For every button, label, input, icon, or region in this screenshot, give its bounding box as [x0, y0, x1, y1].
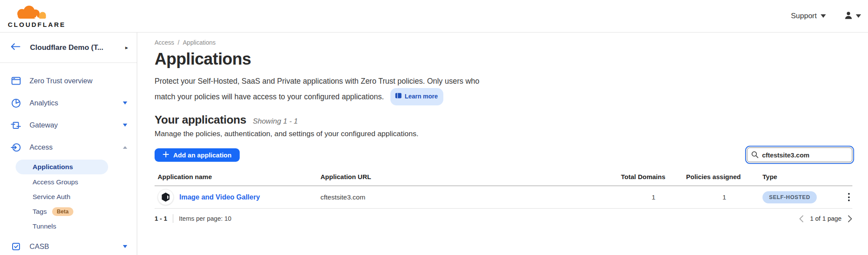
application-name-link[interactable]: Image and Video Gallery: [179, 193, 260, 201]
learn-more-button[interactable]: Learn more: [390, 88, 443, 105]
sidebar-item-tunnels[interactable]: Tunnels: [0, 219, 137, 234]
breadcrumb-access[interactable]: Access: [155, 39, 174, 46]
plus-icon: [163, 151, 169, 159]
book-icon: [395, 90, 402, 103]
learn-more-label: Learn more: [405, 90, 438, 103]
sidebar: Cloudflare Demo (T... ▸ Zero Trust overv…: [0, 33, 137, 255]
search-icon: [751, 151, 759, 160]
support-menu[interactable]: Support: [791, 12, 826, 20]
top-header: CLOUDFLARE Support: [0, 0, 868, 33]
sidebar-subitem-label: Service Auth: [33, 193, 70, 201]
breadcrumb-separator: /: [178, 39, 179, 46]
cloudflare-cloud-icon: [8, 6, 51, 22]
items-range: 1 - 1: [155, 215, 167, 222]
column-header-total-domains: Total Domains: [621, 173, 686, 180]
sidebar-item-casb[interactable]: CASB: [0, 235, 137, 255]
sidebar-item-service-auth[interactable]: Service Auth: [0, 190, 137, 204]
sidebar-item-analytics[interactable]: Analytics: [0, 92, 137, 114]
items-per-page[interactable]: Items per page: 10: [179, 215, 231, 222]
access-login-icon: [11, 142, 21, 152]
column-header-application-name: Application name: [155, 173, 320, 180]
previous-page-icon[interactable]: [799, 215, 804, 222]
overview-window-icon: [11, 76, 21, 86]
add-application-button[interactable]: Add an application: [155, 148, 240, 162]
page-title: Applications: [155, 50, 852, 69]
sidebar-item-access[interactable]: Access: [0, 136, 137, 158]
description-line-2: match your policies will have access to …: [155, 92, 384, 101]
add-application-label: Add an application: [173, 151, 231, 159]
sidebar-subitem-label: Applications: [33, 163, 73, 171]
page-info: 1 of 1 page: [810, 215, 842, 222]
sidebar-subitem-label: Tunnels: [33, 222, 56, 230]
chevron-right-icon[interactable]: ▸: [125, 44, 128, 51]
column-header-type: Type: [762, 173, 835, 180]
account-switcher[interactable]: Cloudflare Demo (T... ▸: [0, 33, 137, 63]
section-title: Your applications: [155, 113, 246, 127]
support-label: Support: [791, 12, 817, 20]
sidebar-item-zero-trust-overview[interactable]: Zero Trust overview: [0, 70, 137, 92]
casb-check-icon: [11, 242, 21, 252]
total-domains-value: 1: [621, 193, 686, 201]
beta-badge: Beta: [52, 207, 73, 216]
chevron-down-icon[interactable]: [123, 101, 127, 105]
page-description: Protect your Self-Hosted, SaaS and Priva…: [155, 75, 852, 105]
user-icon: [844, 11, 853, 21]
access-subnav: Applications Access Groups Service Auth …: [0, 158, 137, 235]
search-input[interactable]: [747, 147, 852, 162]
search-box: [747, 147, 852, 162]
table-row: Image and Video Gallery cftestsite3.com …: [155, 186, 852, 209]
gateway-icon: [11, 120, 21, 130]
cloudflare-logo[interactable]: CLOUDFLARE: [8, 6, 66, 28]
sidebar-item-access-groups[interactable]: Access Groups: [0, 175, 137, 190]
showing-count: Showing 1 - 1: [253, 117, 298, 126]
sidebar-item-gateway[interactable]: Gateway: [0, 114, 137, 136]
user-account-menu[interactable]: [844, 11, 861, 21]
table-header-row: Application name Application URL Total D…: [155, 173, 852, 186]
breadcrumb: Access / Applications: [155, 39, 852, 46]
chevron-down-icon: [821, 14, 826, 18]
application-cube-icon: [158, 189, 174, 205]
chevron-down-icon: [856, 14, 861, 18]
main-content: Access / Applications Applications Prote…: [137, 33, 868, 255]
chevron-up-icon[interactable]: [123, 146, 127, 149]
sidebar-item-label: Access: [30, 143, 123, 151]
sidebar-subitem-label: Tags: [33, 208, 47, 216]
type-badge: SELF-HOSTED: [762, 191, 817, 203]
sidebar-subitem-label: Access Groups: [33, 178, 78, 186]
row-actions-kebab-icon[interactable]: [845, 191, 852, 203]
sidebar-item-label: Gateway: [30, 121, 123, 129]
cloudflare-wordmark: CLOUDFLARE: [8, 21, 66, 28]
sidebar-item-applications[interactable]: Applications: [16, 160, 108, 174]
chevron-down-icon[interactable]: [123, 245, 127, 248]
column-header-policies-assigned: Policies assigned: [686, 173, 762, 180]
back-arrow-icon[interactable]: [10, 43, 20, 52]
pagination: 1 - 1 Items per page: 10 1 of 1 page: [155, 214, 852, 223]
sidebar-item-label: Analytics: [30, 99, 123, 107]
account-name: Cloudflare Demo (T...: [30, 43, 122, 52]
sidebar-nav: Zero Trust overview Analytics: [0, 63, 137, 255]
next-page-icon[interactable]: [848, 215, 852, 222]
analytics-pie-icon: [11, 98, 21, 108]
chevron-down-icon[interactable]: [123, 124, 127, 127]
sidebar-item-label: Zero Trust overview: [30, 77, 127, 85]
breadcrumb-applications[interactable]: Applications: [183, 39, 216, 46]
sidebar-item-tags[interactable]: Tags Beta: [0, 204, 137, 219]
sidebar-item-label: CASB: [30, 242, 123, 251]
application-url: cftestsite3.com: [320, 193, 621, 201]
section-description: Manage the policies, authentication, and…: [155, 130, 852, 138]
policies-assigned-value: 1: [686, 193, 762, 201]
divider: [173, 214, 173, 223]
column-header-application-url: Application URL: [320, 173, 621, 180]
description-line-1: Protect your Self-Hosted, SaaS and Priva…: [155, 75, 852, 88]
applications-table: Application name Application URL Total D…: [155, 173, 852, 209]
